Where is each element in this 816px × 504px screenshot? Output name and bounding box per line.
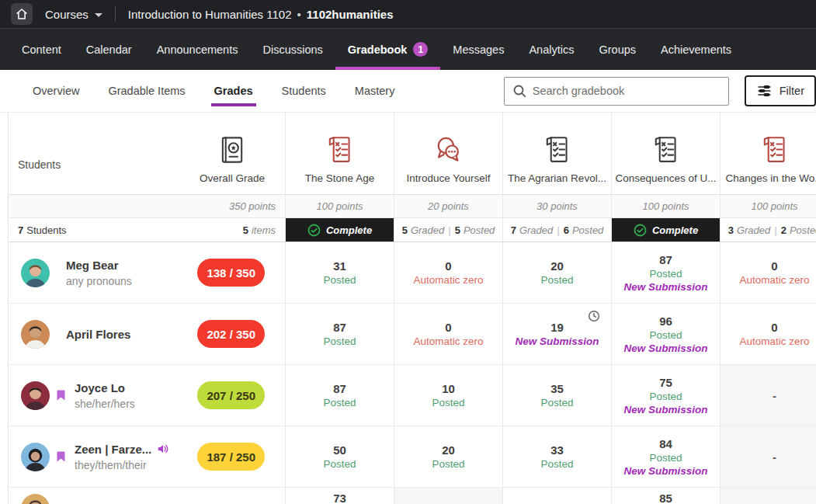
overall-grade-pill[interactable]: 187 / 250 bbox=[197, 443, 265, 471]
grade-cell[interactable]: 87 Posted bbox=[286, 365, 394, 426]
column-points: 30 points bbox=[503, 195, 612, 217]
subtab-gradable-items[interactable]: Gradable Items bbox=[106, 71, 186, 111]
student-cell[interactable]: Joyce Lo she/her/hers 207 / 250 bbox=[9, 365, 286, 426]
tab-groups[interactable]: Groups bbox=[586, 29, 648, 70]
grade-cell[interactable]: 33 Posted bbox=[503, 426, 612, 487]
complete-badge[interactable]: Complete bbox=[286, 218, 394, 242]
subtab-students[interactable]: Students bbox=[280, 71, 328, 111]
grade-cell[interactable]: 35 Posted bbox=[503, 365, 612, 426]
students-overall-header: Students Overall Grade bbox=[9, 113, 286, 194]
student-row[interactable]: Zeen | Farze... they/them/their 187 / 25… bbox=[9, 426, 816, 488]
column-header-agrarian-revolution[interactable]: The Agrarian Revol... bbox=[503, 113, 612, 194]
grade-cell[interactable]: 87 Posted New Submission bbox=[612, 242, 721, 303]
student-pronouns: she/her/hers bbox=[75, 398, 135, 410]
grade-cell-empty[interactable]: - bbox=[721, 365, 816, 426]
grade-cell[interactable]: 0 Automatic zero bbox=[721, 304, 816, 364]
bookmark-flag-icon bbox=[57, 390, 65, 401]
tab-discussions[interactable]: Discussions bbox=[250, 29, 335, 70]
column-status-graded-posted: 7Graded | 6Posted bbox=[503, 218, 612, 242]
filter-button[interactable]: Filter bbox=[745, 75, 816, 106]
courses-label: Courses bbox=[45, 8, 89, 21]
grade-cell-empty[interactable]: - bbox=[721, 426, 816, 487]
status-row: 7Students 5items Complete 5Graded | 5Pos… bbox=[9, 218, 816, 242]
search-input[interactable] bbox=[533, 85, 721, 97]
tab-achievements[interactable]: Achievements bbox=[648, 29, 744, 70]
column-points: 100 points bbox=[721, 195, 816, 217]
student-cell[interactable]: Meg Bear any pronouns 138 / 350 bbox=[9, 242, 286, 303]
bookmark-flag-icon bbox=[57, 451, 65, 462]
student-cell[interactable]: Zeen | Farze... they/them/their 187 / 25… bbox=[9, 426, 286, 487]
student-row[interactable]: 73 85 bbox=[9, 488, 816, 504]
subtab-mastery[interactable]: Mastery bbox=[353, 71, 397, 111]
grade-cell[interactable]: 96 Posted New Submission bbox=[612, 304, 721, 364]
grade-cell[interactable]: 20 Posted bbox=[503, 242, 612, 303]
search-box bbox=[504, 77, 729, 106]
column-header-consequences[interactable]: Consequences of U... bbox=[612, 113, 721, 194]
student-cell[interactable] bbox=[9, 488, 286, 504]
clock-icon bbox=[588, 310, 600, 325]
tab-calendar[interactable]: Calendar bbox=[74, 29, 144, 70]
grade-cell[interactable]: 0 Automatic zero bbox=[721, 242, 816, 303]
column-header-stone-age[interactable]: The Stone Age bbox=[286, 113, 394, 194]
grade-cell[interactable]: 85 bbox=[612, 488, 721, 504]
audio-pronunciation-icon[interactable] bbox=[157, 443, 169, 454]
grade-cell[interactable]: 20 Posted bbox=[394, 426, 503, 487]
student-pronouns: any pronouns bbox=[66, 275, 132, 287]
summary-cell: 7Students 5items bbox=[9, 218, 286, 242]
home-icon bbox=[15, 7, 29, 21]
complete-badge[interactable]: Complete bbox=[612, 218, 720, 242]
courses-dropdown[interactable]: Courses bbox=[45, 8, 102, 21]
avatar bbox=[21, 443, 50, 471]
search-icon bbox=[512, 84, 526, 98]
grade-cell-empty[interactable] bbox=[394, 488, 503, 504]
overall-grade-pill[interactable]: 207 / 250 bbox=[197, 381, 265, 409]
grade-cell[interactable]: 0 Automatic zero bbox=[394, 304, 503, 364]
student-row[interactable]: April Flores 202 / 350 87 Posted 0 Autom… bbox=[9, 304, 816, 365]
assignment-icon bbox=[543, 134, 572, 166]
column-points: 20 points bbox=[394, 195, 503, 217]
grade-cell[interactable]: 75 Posted New Submission bbox=[612, 365, 721, 426]
check-circle-icon bbox=[307, 224, 321, 237]
gradebook-count-badge: 1 bbox=[413, 42, 428, 57]
student-row[interactable]: Meg Bear any pronouns 138 / 350 31 Poste… bbox=[9, 242, 816, 304]
grade-cell[interactable]: 87 Posted bbox=[286, 304, 394, 364]
grade-cell[interactable]: 10 Posted bbox=[394, 365, 503, 426]
grid-header-row: Students Overall Grade The Sto bbox=[9, 113, 816, 195]
student-row[interactable]: Joyce Lo she/her/hers 207 / 250 87 Poste… bbox=[9, 365, 816, 426]
grade-cell[interactable]: 0 Automatic zero bbox=[394, 242, 503, 303]
grade-cell[interactable]: 73 bbox=[286, 488, 394, 504]
avatar bbox=[21, 259, 50, 287]
student-cell[interactable]: April Flores 202 / 350 bbox=[9, 304, 286, 364]
gradebook-grid: Students Overall Grade The Sto bbox=[8, 113, 816, 504]
grade-book-icon bbox=[217, 134, 248, 166]
column-header-overall-grade[interactable]: Overall Grade bbox=[184, 134, 280, 184]
overall-grade-pill[interactable]: 138 / 350 bbox=[197, 259, 265, 287]
grade-cell[interactable]: 19 New Submission bbox=[503, 304, 612, 364]
column-status-graded-posted: 5Graded | 5Posted bbox=[394, 218, 503, 242]
tab-analytics[interactable]: Analytics bbox=[516, 29, 586, 70]
home-button[interactable] bbox=[11, 3, 33, 25]
chevron-down-icon bbox=[95, 13, 102, 17]
filter-label: Filter bbox=[780, 85, 804, 97]
column-status-graded-posted: 3Graded | 2Posted bbox=[721, 218, 816, 242]
column-header-introduce-yourself[interactable]: Introduce Yourself bbox=[394, 113, 503, 194]
tab-messages[interactable]: Messages bbox=[440, 29, 516, 70]
grade-cell[interactable] bbox=[503, 488, 612, 504]
column-status-complete: Complete bbox=[286, 218, 394, 242]
student-pronouns: they/them/their bbox=[75, 459, 169, 471]
subtab-grades[interactable]: Grades bbox=[213, 71, 255, 111]
grade-cell[interactable]: 84 Posted New Submission bbox=[612, 426, 721, 487]
grade-cell[interactable]: 31 Posted bbox=[286, 242, 394, 303]
points-row: 350 points 100 points 20 points 30 point… bbox=[9, 195, 816, 218]
subtab-overview[interactable]: Overview bbox=[31, 71, 81, 111]
tab-content[interactable]: Content bbox=[9, 29, 74, 70]
tab-gradebook[interactable]: Gradebook 1 bbox=[335, 29, 441, 70]
tab-announcements[interactable]: Announcements bbox=[144, 29, 251, 70]
grade-cell[interactable]: 50 Posted bbox=[286, 426, 394, 487]
overall-grade-pill[interactable]: 202 / 350 bbox=[197, 320, 265, 348]
gradebook-subnav: Overview Gradable Items Grades Students … bbox=[0, 70, 816, 113]
assignment-icon bbox=[651, 134, 681, 166]
column-header-changes[interactable]: Changes in the Wo... bbox=[721, 113, 816, 194]
grade-cell-empty[interactable] bbox=[721, 488, 816, 504]
student-name: Joyce Lo bbox=[75, 381, 135, 395]
